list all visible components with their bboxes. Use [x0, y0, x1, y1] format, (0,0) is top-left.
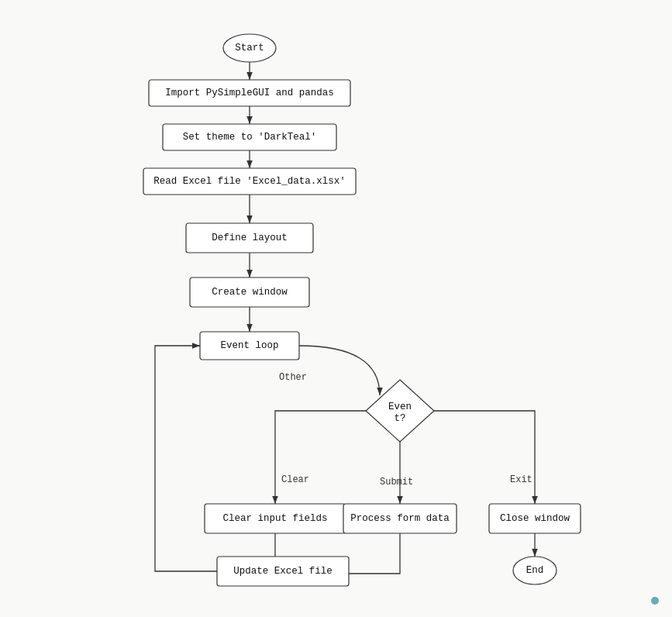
define-layout-node: Define layout	[212, 233, 288, 243]
close-window-node: Close window	[500, 513, 570, 524]
svg-point-22	[651, 597, 659, 605]
process-form-node: Process form data	[350, 513, 450, 524]
flowchart: Start Import PySimpleGUI and pandas Set …	[0, 0, 672, 617]
create-window-node: Create window	[212, 287, 288, 298]
clear-fields-node: Clear input fields	[222, 513, 327, 524]
theme-node: Set theme to 'DarkTeal'	[183, 132, 317, 143]
exit-label: Exit	[510, 474, 532, 485]
event-diamond2: t?	[394, 413, 405, 424]
event-diamond: Even	[388, 402, 412, 412]
import-node: Import PySimpleGUI and pandas	[165, 88, 334, 98]
update-excel-node: Update Excel file	[233, 566, 333, 577]
end-node: End	[526, 565, 544, 576]
clear-label: Clear	[281, 474, 309, 485]
read-excel-node: Read Excel file 'Excel_data.xlsx'	[153, 176, 346, 187]
submit-label: Submit	[380, 477, 413, 488]
event-loop-node: Event loop	[220, 340, 278, 351]
start-node: Start	[235, 43, 264, 53]
other-label: Other	[279, 372, 307, 383]
